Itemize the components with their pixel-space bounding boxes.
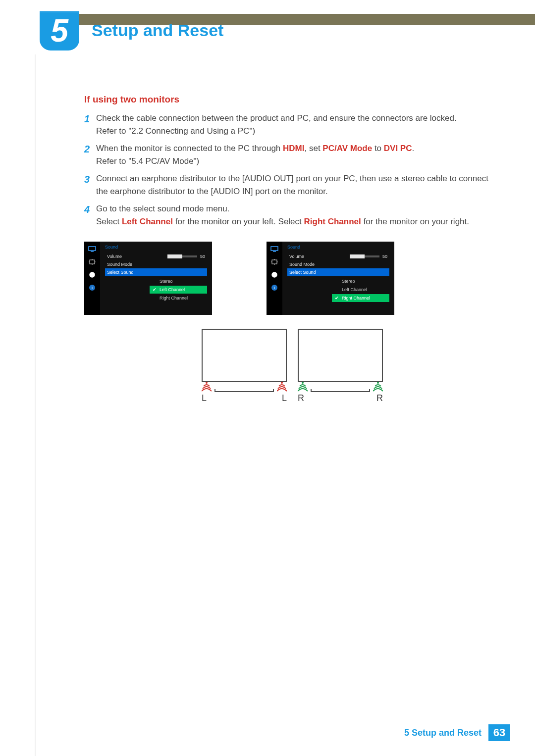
osd-left-sidebar: i <box>84 242 100 315</box>
osd-row: i Sound Volume 50 Sound Mode Select Soun… <box>84 242 500 315</box>
step-4-end: for the monitor on your right. <box>361 217 469 226</box>
footer-chapter: 5 Setup and Reset <box>404 728 482 738</box>
opt-stereo: ✔Stereo <box>332 277 389 285</box>
svg-point-11 <box>273 274 275 276</box>
svg-point-15 <box>281 382 283 384</box>
soundmode-label: Sound Mode <box>107 262 132 267</box>
chapter-number: 5 <box>51 15 68 47</box>
monitor-icon <box>88 246 97 252</box>
monitor-left <box>202 329 287 382</box>
svg-rect-8 <box>273 251 276 252</box>
volume-label: Volume <box>107 254 122 259</box>
step-2-dvi: DVI PC <box>384 144 412 153</box>
speaker-icon-right-L <box>298 381 308 392</box>
osd-left-title: Sound <box>105 245 207 250</box>
soundmode-label: Sound Mode <box>289 262 315 267</box>
opt-stereo-label: Stereo <box>342 279 355 284</box>
osd-right: i Sound Volume 50 Sound Mode Select Soun… <box>267 242 394 315</box>
step-2-end: . <box>412 144 414 153</box>
opt-stereo: ✔Stereo <box>150 277 207 285</box>
speaker-icon-left-R <box>277 381 287 392</box>
info-icon: i <box>270 284 279 291</box>
lbl-L2: L <box>282 393 287 403</box>
opt-right-selected: ✔Right Channel <box>332 294 389 302</box>
osd-right-title: Sound <box>287 245 389 250</box>
osd-left-volume: Volume 50 <box>105 252 207 260</box>
svg-rect-0 <box>89 247 96 251</box>
osd-left-soundmode: Sound Mode <box>105 260 207 268</box>
step-2-to: to <box>372 144 384 153</box>
steps-list: Check the cable connection between the p… <box>84 112 500 228</box>
chapter-badge: 5 <box>40 11 79 50</box>
svg-rect-2 <box>90 260 95 264</box>
osd-left: i Sound Volume 50 Sound Mode Select Soun… <box>84 242 212 315</box>
svg-text:i: i <box>92 285 93 290</box>
osd-right-soundmode: Sound Mode <box>287 260 389 268</box>
left-margin-rule <box>35 54 36 756</box>
opt-right-label: Right Channel <box>342 296 370 301</box>
opt-stereo-label: Stereo <box>160 279 173 284</box>
opt-left: ✔Left Channel <box>332 286 389 294</box>
subheading: If using two monitors <box>84 94 500 105</box>
info-icon: i <box>88 284 97 291</box>
step-1: Check the cable connection between the p… <box>84 112 500 137</box>
opt-right: ✔Right Channel <box>150 294 207 302</box>
svg-rect-1 <box>91 251 94 252</box>
selectsound-label: Select Sound <box>107 270 134 275</box>
svg-rect-9 <box>272 260 277 264</box>
svg-rect-7 <box>271 247 278 251</box>
svg-point-14 <box>206 382 208 384</box>
step-3: Connect an earphone distributor to the [… <box>84 172 500 198</box>
opt-left-selected: ✔Left Channel <box>150 286 207 294</box>
osd-right-volume: Volume 50 <box>287 252 389 260</box>
page-content: If using two monitors Check the cable co… <box>84 94 500 403</box>
monitor-diagram: LL RR <box>84 329 500 403</box>
osd-right-selectsound: Select Sound <box>287 268 389 276</box>
opt-left-label: Left Channel <box>342 287 367 292</box>
gear-icon <box>270 271 279 278</box>
svg-point-16 <box>302 382 304 384</box>
step-4-right: Right Channel <box>304 217 361 226</box>
osd-right-sublist: ✔Stereo ✔Left Channel ✔Right Channel <box>332 277 389 302</box>
monitor-right-col: RR <box>298 329 383 403</box>
volume-value: 50 <box>200 254 205 259</box>
opt-left-label: Left Channel <box>160 287 185 292</box>
opt-right-label: Right Channel <box>160 296 188 301</box>
volume-label: Volume <box>289 254 304 259</box>
monitor-right <box>298 329 383 382</box>
svg-point-17 <box>377 382 379 384</box>
monitor-icon <box>270 246 279 252</box>
resize-icon <box>270 258 279 265</box>
osd-right-sidebar: i <box>267 242 282 315</box>
osd-right-body: Sound Volume 50 Sound Mode Select Sound … <box>282 242 394 315</box>
step-2-pcav: PC/AV Mode <box>322 144 372 153</box>
lbl-L: L <box>202 393 207 403</box>
step-2-pre: When the monitor is connected to the PC … <box>96 144 283 153</box>
volume-value: 50 <box>382 254 387 259</box>
monitor-left-base <box>214 389 274 392</box>
resize-icon <box>88 258 97 265</box>
volume-bar <box>167 255 197 257</box>
step-2-ref: Refer to "5.4 PC/AV Mode") <box>96 156 199 166</box>
lbl-R2: R <box>376 393 383 403</box>
speaker-icon-right-R <box>373 381 383 392</box>
step-4-mid: for the monitor on your left. Select <box>173 217 304 226</box>
monitor-left-col: LL <box>202 329 287 403</box>
step-1-line2: Refer to "2.2 Connecting and Using a PC"… <box>96 126 255 136</box>
step-4-pre: Select <box>96 217 122 226</box>
step-1-line1: Check the cable connection between the p… <box>96 113 457 123</box>
volume-bar <box>350 255 379 257</box>
footer: 5 Setup and Reset 63 <box>404 724 510 741</box>
svg-point-4 <box>91 274 93 276</box>
svg-text:i: i <box>274 285 275 290</box>
osd-left-body: Sound Volume 50 Sound Mode Select Sound … <box>100 242 212 315</box>
step-2-hdmi: HDMI <box>283 144 304 153</box>
chapter-title: Setup and Reset <box>92 21 223 40</box>
step-2: When the monitor is connected to the PC … <box>84 142 500 167</box>
step-4: Go to the select sound mode menu. Select… <box>84 202 500 228</box>
osd-left-selectsound: Select Sound <box>105 268 207 276</box>
selectsound-label: Select Sound <box>289 270 316 275</box>
step-4-line1: Go to the select sound mode menu. <box>96 204 229 213</box>
osd-left-sublist: ✔Stereo ✔Left Channel ✔Right Channel <box>150 277 207 302</box>
page-number: 63 <box>488 724 510 741</box>
